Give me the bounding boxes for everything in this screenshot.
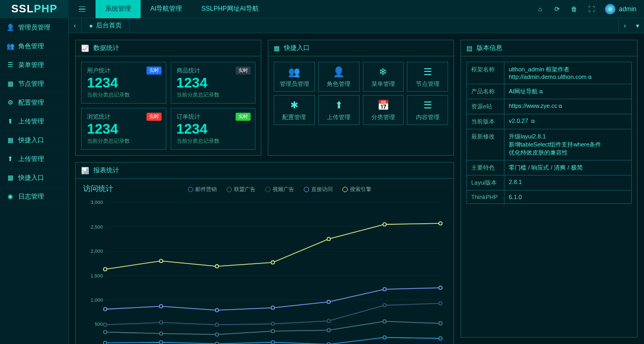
legend-item[interactable]: 直接访问 <box>304 186 333 193</box>
svg-text:3,000: 3,000 <box>91 200 103 206</box>
svg-point-34 <box>439 322 442 325</box>
legend-dot-icon <box>188 187 193 192</box>
info-value: 2.8.1 <box>504 175 632 191</box>
stat-number: 1234 <box>87 121 160 137</box>
info-value[interactable]: ulthon_admin 框架作者http://admin.demo.ultho… <box>504 62 632 84</box>
info-row: 资源e站https://www.zye.cc⧉ <box>467 99 632 114</box>
quick-label: 角色管理 <box>327 80 350 88</box>
quick-item-1[interactable]: 👤角色管理 <box>318 62 360 92</box>
quick-item-0[interactable]: 👥管理员管理 <box>274 62 315 92</box>
svg-point-38 <box>271 323 274 326</box>
info-key: Layui版本 <box>467 175 504 191</box>
top-bar: SSLPHP 系统管理AI导航管理SSLPHP网址AI导航 ⌂ ⟳ 🗑 ⛶ ad… <box>0 0 644 18</box>
tab-prev-button[interactable]: ‹ <box>69 18 82 33</box>
info-table: 框架名称ulthon_admin 框架作者http://admin.demo.u… <box>466 62 632 204</box>
chart-icon: 📊 <box>81 167 89 174</box>
tab-next-button[interactable]: › <box>618 18 631 33</box>
svg-point-24 <box>271 341 274 344</box>
info-key: 框架名称 <box>467 62 504 84</box>
legend-dot-icon <box>342 187 348 192</box>
sidebar-item-2[interactable]: ☰菜单管理 <box>0 56 68 75</box>
sidebar-item-4[interactable]: ⚙配置管理 <box>0 93 68 112</box>
sidebar-item-9[interactable]: ◉日志管理 <box>0 187 68 206</box>
info-row: 产品名称AI网址导航⧉ <box>467 84 632 99</box>
home-icon[interactable]: ⌂ <box>536 5 544 13</box>
svg-point-28 <box>104 331 107 334</box>
sidebar-item-0[interactable]: 👤管理员管理 <box>0 18 68 37</box>
fullscreen-icon[interactable]: ⛶ <box>588 5 595 13</box>
sidebar-label: 上传管理 <box>18 155 44 164</box>
info-key: ThinkPHP <box>467 191 504 204</box>
refresh-icon[interactable]: ⟳ <box>553 5 561 13</box>
chart-legend: 邮件营销联盟广告视频广告直接访问搜索引擎 <box>113 186 446 193</box>
sidebar-label: 角色管理 <box>18 42 44 51</box>
legend-dot-icon <box>265 187 270 192</box>
quick-title: 快捷入口 <box>284 43 310 53</box>
quick-label: 上传管理 <box>327 113 350 121</box>
quick-icon: 👥 <box>288 66 300 78</box>
sidebar: 👤管理员管理👥角色管理☰菜单管理▦节点管理⚙配置管理⬆上传管理▦快捷入口⬆上传管… <box>0 18 69 344</box>
info-value: 6.1.0 <box>504 191 632 204</box>
quick-item-7[interactable]: ☰内容管理 <box>407 95 448 125</box>
sidebar-item-3[interactable]: ▦节点管理 <box>0 75 68 93</box>
stat-number: 1234 <box>177 75 250 91</box>
legend-item[interactable]: 联盟广告 <box>226 186 255 193</box>
info-value[interactable]: AI网址导航⧉ <box>504 84 632 99</box>
external-link-icon[interactable]: ⧉ <box>559 104 562 109</box>
svg-point-53 <box>327 238 330 241</box>
quick-panel: ▦快捷入口 👥管理员管理👤角色管理❄菜单管理☰节点管理✱配置管理⬆上传管理📅分类… <box>268 40 454 156</box>
sidebar-label: 上传管理 <box>18 117 44 126</box>
sidebar-item-5[interactable]: ⬆上传管理 <box>0 112 68 131</box>
nav-tab-2[interactable]: SSLPHP网址AI导航 <box>192 0 268 18</box>
tab-menu-button[interactable]: ▾ <box>631 18 644 33</box>
nav-tab-0[interactable]: 系统管理 <box>96 0 141 18</box>
sidebar-label: 节点管理 <box>18 79 44 89</box>
legend-item[interactable]: 搜索引擎 <box>342 186 371 193</box>
stat-number: 1234 <box>87 75 160 91</box>
external-link-icon[interactable]: ⧉ <box>531 119 535 124</box>
sidebar-label: 快捷入口 <box>18 173 44 182</box>
sidebar-label: 管理员管理 <box>18 23 50 32</box>
quick-icon: ☰ <box>423 99 432 111</box>
quick-item-3[interactable]: ☰节点管理 <box>407 62 448 92</box>
collapse-button[interactable] <box>69 0 96 18</box>
svg-text:2,500: 2,500 <box>91 224 103 230</box>
sidebar-item-8[interactable]: ▦快捷入口 <box>0 169 68 187</box>
quick-item-4[interactable]: ✱配置管理 <box>274 95 315 125</box>
info-panel: ▤版本信息 框架名称ulthon_admin 框架作者http://admin.… <box>460 40 638 338</box>
sidebar-icon: ⬆ <box>6 118 14 125</box>
quick-icon: ✱ <box>290 99 298 111</box>
quick-item-2[interactable]: ❄菜单管理 <box>363 62 404 92</box>
info-value[interactable]: https://www.zye.cc⧉ <box>504 99 632 114</box>
sidebar-item-6[interactable]: ▦快捷入口 <box>0 131 68 150</box>
svg-point-31 <box>271 330 274 333</box>
info-value[interactable]: v2.0.27 ⧉ <box>504 114 632 129</box>
external-link-icon[interactable]: ⧉ <box>588 75 591 80</box>
logo[interactable]: SSLPHP <box>0 0 69 18</box>
legend-item[interactable]: 视频广告 <box>265 186 294 193</box>
svg-point-26 <box>383 336 386 339</box>
svg-point-27 <box>439 337 442 340</box>
sidebar-item-7[interactable]: ⬆上传管理 <box>0 150 68 169</box>
sidebar-item-1[interactable]: 👥角色管理 <box>0 37 68 56</box>
external-link-icon[interactable]: ⧉ <box>539 89 543 94</box>
line-chart: 05001,0001,5002,0002,5003,000周一周二周三周四周五周… <box>83 197 446 344</box>
svg-point-33 <box>383 320 386 323</box>
legend-item[interactable]: 邮件营销 <box>188 186 217 193</box>
tab-home[interactable]: ● 后台首页 <box>82 18 130 33</box>
trash-icon[interactable]: 🗑 <box>570 5 578 13</box>
quick-icon: ⬆ <box>335 99 343 111</box>
sidebar-icon: ▦ <box>6 136 14 144</box>
svg-point-42 <box>104 308 107 311</box>
stats-title: 数据统计 <box>93 43 119 53</box>
quick-item-5[interactable]: ⬆上传管理 <box>318 95 360 125</box>
sidebar-icon: ▦ <box>6 80 14 87</box>
svg-text:1,500: 1,500 <box>91 273 103 279</box>
breadcrumb-title: 后台首页 <box>96 21 122 30</box>
svg-point-44 <box>215 309 218 312</box>
quick-item-6[interactable]: 📅分类管理 <box>363 95 404 125</box>
stat-card-0: 用户统计1234当前分类总记录数实时 <box>81 62 166 104</box>
nav-tab-1[interactable]: AI导航管理 <box>141 0 192 18</box>
sidebar-icon: 👤 <box>6 24 14 31</box>
user-menu[interactable]: admin <box>605 4 636 14</box>
